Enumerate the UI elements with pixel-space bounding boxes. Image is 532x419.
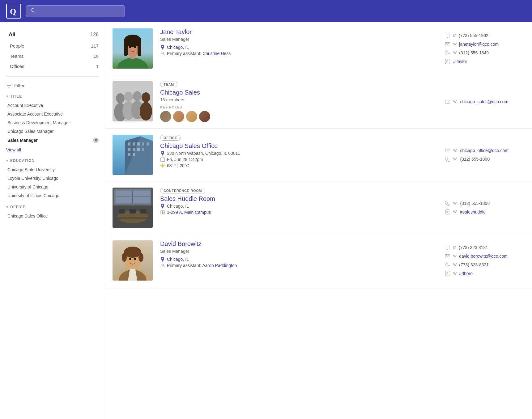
svg-text:Q: Q bbox=[10, 7, 16, 16]
email-icon-jane bbox=[445, 41, 451, 47]
filter-edu-item-1[interactable]: Loyola University, Chicago bbox=[6, 174, 99, 183]
contact-email-value-office[interactable]: chicago_office@qco.com bbox=[460, 148, 508, 153]
location-icon-david bbox=[160, 257, 165, 262]
contact-label-phone-jane: W bbox=[453, 51, 457, 55]
svg-rect-61 bbox=[119, 209, 125, 214]
filter-edu-item-0[interactable]: Chicago State University bbox=[6, 165, 99, 174]
contact-label-email-david: W bbox=[453, 254, 457, 258]
chevron-down-icon: ▾ bbox=[6, 94, 8, 99]
svg-rect-35 bbox=[128, 142, 130, 146]
svg-point-13 bbox=[129, 46, 131, 48]
calendar-icon bbox=[160, 157, 165, 162]
campus-icon bbox=[160, 210, 165, 215]
filter-label: Filter bbox=[14, 83, 24, 88]
filter-office-label: OFFICE bbox=[10, 205, 26, 209]
filter-row[interactable]: Filter bbox=[6, 82, 99, 89]
campus-text[interactable]: 1-299 A, Main Campus bbox=[167, 210, 211, 215]
card-subtitle-team: 13 members bbox=[160, 97, 431, 102]
card-contacts-david: M (773) 323 8181 W david.borowitz@qco.co… bbox=[438, 240, 525, 281]
card-name-david[interactable]: David Borowitz bbox=[160, 240, 431, 248]
role-avatar-3[interactable] bbox=[199, 111, 210, 122]
contact-mobile-value-david: (773) 323 8181 bbox=[459, 245, 488, 250]
svg-rect-63 bbox=[140, 209, 147, 214]
contact-email-value-team[interactable]: chicago_sales@qco.com bbox=[460, 99, 508, 104]
result-card-david: David Borowitz Sales Manager Chicago, IL… bbox=[105, 234, 532, 287]
phone-icon-room bbox=[445, 200, 451, 206]
card-name-room[interactable]: Sales Huddle Room bbox=[160, 195, 431, 202]
svg-point-18 bbox=[447, 37, 448, 38]
card-type-badge-team: TEAM bbox=[160, 82, 177, 87]
assistant-text-david: Primary assistant: Aaron Paddington bbox=[167, 263, 237, 268]
svg-rect-38 bbox=[142, 142, 144, 146]
contact-skype-value-room[interactable]: #saleshuddle bbox=[460, 210, 486, 214]
filter-title-header[interactable]: ▾ TITLE bbox=[6, 94, 99, 99]
role-avatar-0[interactable] bbox=[160, 111, 171, 122]
svg-rect-43 bbox=[142, 148, 144, 151]
card-detail-location-room: Chicago, IL bbox=[160, 204, 431, 209]
card-detail-campus: 1-299 A, Main Campus bbox=[160, 210, 431, 215]
card-contacts-office: W: chicago_office@qco.com W: (312) 555-1… bbox=[438, 135, 525, 175]
view-all-link[interactable]: View all bbox=[6, 146, 99, 154]
card-contacts-team: W: chicago_sales@qco.com bbox=[438, 81, 525, 122]
contact-email-value-jane[interactable]: janetaylor@qco.com bbox=[459, 42, 499, 47]
filter-title-item-3-label: Chicago Sales Manager bbox=[7, 129, 53, 134]
sidebar-item-people[interactable]: People 117 bbox=[6, 41, 99, 51]
search-input[interactable]: Chicago Sales bbox=[38, 9, 120, 14]
contact-slack-jane: # #jtaylor bbox=[445, 58, 525, 65]
svg-rect-44 bbox=[128, 153, 130, 156]
svg-point-27 bbox=[133, 91, 142, 101]
filter-office-header[interactable]: ▾ OFFICE bbox=[6, 205, 99, 209]
svg-rect-39 bbox=[147, 142, 149, 146]
contact-label-phone-office: W: bbox=[453, 157, 458, 161]
sidebar-offices-label: Offices bbox=[10, 64, 24, 69]
filter-title-label: TITLE bbox=[10, 94, 22, 99]
datetime-text: Fri, Jun 28 1:42pm bbox=[167, 157, 203, 162]
location-text-david[interactable]: Chicago, IL bbox=[167, 257, 189, 262]
svg-point-23 bbox=[116, 93, 125, 103]
person-icon-david bbox=[160, 263, 165, 268]
svg-point-81 bbox=[122, 253, 127, 262]
sidebar-item-teams[interactable]: Teams 10 bbox=[6, 51, 99, 61]
slack-icon-david: # bbox=[445, 270, 451, 277]
filter-title-item-2[interactable]: Business Development Manager bbox=[6, 118, 99, 127]
remove-filter-button[interactable]: ✕ bbox=[93, 138, 99, 143]
filter-section-education: ▾ EDUCATION Chicago State University Loy… bbox=[6, 159, 99, 200]
search-bar[interactable]: Chicago Sales bbox=[26, 5, 125, 17]
svg-text:#: # bbox=[446, 272, 448, 275]
svg-point-14 bbox=[134, 46, 136, 48]
card-type-badge-office: OFFICE bbox=[160, 135, 181, 141]
filter-edu-item-2[interactable]: University of Chicago bbox=[6, 183, 99, 191]
filter-title-item-0[interactable]: Account Executive bbox=[6, 101, 99, 110]
contact-label-phone-room: W: bbox=[453, 201, 458, 205]
card-name-office[interactable]: Chicago Sales Office bbox=[160, 142, 431, 150]
assistant-link-david[interactable]: Aaron Paddington bbox=[202, 263, 237, 268]
filter-title-item-3[interactable]: Chicago Sales Manager bbox=[6, 127, 99, 136]
filter-education-header[interactable]: ▾ EDUCATION bbox=[6, 159, 99, 163]
card-name-team[interactable]: Chicago Sales bbox=[160, 89, 431, 96]
filter-education-label: EDUCATION bbox=[10, 159, 35, 163]
filter-title-item-1-label: Associate Account Executive bbox=[7, 112, 63, 116]
assistant-link-jane[interactable]: Christine Hess bbox=[202, 51, 231, 56]
svg-point-68 bbox=[162, 205, 163, 206]
role-avatar-1[interactable] bbox=[173, 111, 184, 122]
card-detail-assistant-david: Primary assistant: Aaron Paddington bbox=[160, 263, 431, 268]
sidebar-teams-label: Teams bbox=[10, 53, 23, 59]
contact-email-value-david[interactable]: david.borowitz@qco.com bbox=[459, 254, 508, 259]
card-subtitle-david: Sales Manager bbox=[160, 249, 431, 254]
contact-slack-value-jane[interactable]: #jtaylor bbox=[453, 59, 467, 64]
role-avatar-2[interactable] bbox=[186, 111, 197, 122]
card-image-room bbox=[113, 188, 153, 228]
card-image-david bbox=[113, 240, 153, 281]
svg-rect-62 bbox=[130, 209, 136, 214]
filter-office-item-0[interactable]: Chicago Sales Office bbox=[6, 212, 99, 220]
filter-edu-item-3[interactable]: Uniersity of Illinois Chicago bbox=[6, 191, 99, 200]
location-text-jane[interactable]: Chicago, IL bbox=[167, 45, 189, 50]
contact-slack-value-david[interactable]: #dboro bbox=[459, 271, 473, 276]
filter-title-item-4[interactable]: Sales Manager ✕ bbox=[6, 136, 99, 145]
card-name-jane[interactable]: Jane Taylor bbox=[160, 28, 431, 36]
card-main-jane: Jane Taylor Sales Manager Chicago, IL Pr… bbox=[160, 28, 431, 69]
card-image-office bbox=[113, 135, 153, 175]
filter-title-item-1[interactable]: Associate Account Executive bbox=[6, 110, 99, 118]
sidebar-item-offices[interactable]: Offices 1 bbox=[6, 61, 99, 71]
sidebar-item-all[interactable]: All 128 bbox=[6, 30, 99, 40]
